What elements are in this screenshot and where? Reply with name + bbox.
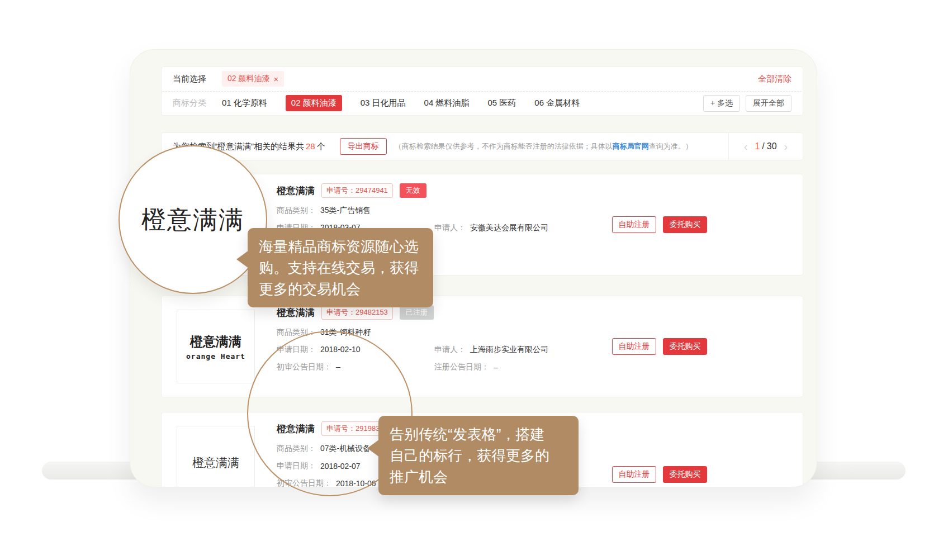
logo-text: 橙意满满	[192, 455, 239, 471]
disclaimer-prefix: （商标检索结果仅供参考，不作为商标能否注册的法律依据；具体以	[395, 142, 613, 150]
self-register-button[interactable]: 自助注册	[612, 466, 656, 483]
tab-category-04[interactable]: 04 燃料油脂	[424, 98, 470, 108]
trademark-office-link[interactable]: 商标局官网	[613, 142, 649, 150]
current-selection-label: 当前选择	[173, 74, 206, 84]
tab-category-05[interactable]: 05 医药	[487, 98, 516, 108]
category-row: 商标分类 01 化学原料 02 颜料油漆 03 日化用品 04 燃料油脂 05 …	[162, 92, 803, 116]
category-label: 商标分类	[173, 98, 206, 108]
filter-panel: 当前选择 02 颜料油漆 × 全部清除 商标分类 01 化学原料 02 颜料油漆…	[161, 67, 803, 116]
prev-page-icon[interactable]: ‹	[744, 141, 748, 152]
trademark-name[interactable]: 橙意满满	[277, 306, 315, 319]
row-actions: 自助注册 委托购买	[612, 466, 707, 483]
page: 当前选择 02 颜料油漆 × 全部清除 商标分类 01 化学原料 02 颜料油漆…	[0, 0, 948, 560]
results-header: 为您检索到“橙意满满”相关的结果共28个 导出商标 （商标检索结果仅供参考，不作…	[161, 132, 803, 160]
row-actions: 自助注册 委托购买	[612, 216, 707, 233]
export-trademark-button[interactable]: 导出商标	[340, 138, 387, 155]
selected-category-chip[interactable]: 02 颜料油漆 ×	[222, 71, 284, 87]
entrust-buy-button[interactable]: 委托购买	[663, 216, 707, 233]
tab-category-06[interactable]: 06 金属材料	[534, 98, 580, 108]
multi-select-button[interactable]: + 多选	[703, 95, 740, 112]
row-actions: 自助注册 委托购买	[612, 338, 707, 355]
applicant-label: 申请人：	[434, 345, 466, 355]
clear-all-button[interactable]: 全部清除	[758, 74, 791, 84]
disclaimer-suffix: 查询为准。）	[649, 142, 693, 150]
page-indicator: 1/30	[755, 141, 776, 151]
trademark-name[interactable]: 橙意满满	[277, 184, 315, 197]
registration-publication-label: 注册公告日期：	[434, 362, 489, 372]
applicant-value: 上海雨步实业有限公司	[470, 345, 548, 355]
close-icon[interactable]: ×	[273, 74, 278, 84]
total-pages: 30	[767, 141, 777, 151]
pagination: ‹ 1/30 ›	[728, 133, 803, 160]
application-number-chip: 申请号：29474941	[321, 183, 393, 198]
trademark-logo: 橙意满满	[177, 426, 255, 487]
page-separator: /	[762, 141, 764, 151]
magnified-logo-text: 橙意满满	[141, 203, 244, 236]
status-badge: 无效	[400, 183, 426, 198]
result-count: 28	[306, 141, 315, 151]
category-tabs: 01 化学原料 02 颜料油漆 03 日化用品 04 燃料油脂 05 医药 06…	[222, 95, 580, 111]
logo-magnifier-circle: 橙意满满	[118, 145, 267, 294]
count-unit: 个	[317, 141, 325, 151]
current-selection-row: 当前选择 02 颜料油漆 × 全部清除	[162, 67, 803, 91]
next-page-icon[interactable]: ›	[784, 141, 788, 152]
tooltip-buy-trademarks: 海量精品商标资源随心选 购。支持在线交易，获得 更多的交易机会	[248, 228, 433, 307]
expand-all-button[interactable]: 展开全部	[746, 95, 791, 112]
tooltip-build-shop: 告别传统“发表格”，搭建 自己的标行，获得更多的 推广机会	[378, 416, 579, 495]
applicant-label: 申请人：	[434, 223, 466, 233]
entrust-buy-button[interactable]: 委托购买	[663, 338, 707, 355]
current-page: 1	[755, 141, 760, 151]
self-register-button[interactable]: 自助注册	[612, 338, 656, 355]
logo-subtext: orange Heart	[186, 352, 245, 360]
entrust-buy-button[interactable]: 委托购买	[663, 466, 707, 483]
tab-category-02-active[interactable]: 02 颜料油漆	[286, 95, 342, 111]
tab-category-03[interactable]: 03 日化用品	[361, 98, 406, 108]
trademark-info: 橙意满满 申请号：29474941 无效 商品类别： 35类-广告销售 申请日期…	[277, 181, 548, 235]
category-field-label: 商品类别：	[277, 206, 316, 216]
tab-category-01[interactable]: 01 化学原料	[222, 98, 267, 108]
applicant-value: 安徽美达会展有限公司	[470, 223, 548, 233]
disclaimer: （商标检索结果仅供参考，不作为商标能否注册的法律依据；具体以商标局官网查询为准。…	[395, 141, 693, 151]
chip-label: 02 颜料油漆	[227, 74, 269, 84]
self-register-button[interactable]: 自助注册	[612, 216, 656, 233]
logo-text: 橙意满满	[190, 333, 241, 350]
category-field-value: 35类-广告销售	[320, 206, 371, 216]
registration-publication-value: –	[494, 363, 498, 372]
trademark-logo: 橙意满满 orange Heart	[177, 310, 255, 383]
